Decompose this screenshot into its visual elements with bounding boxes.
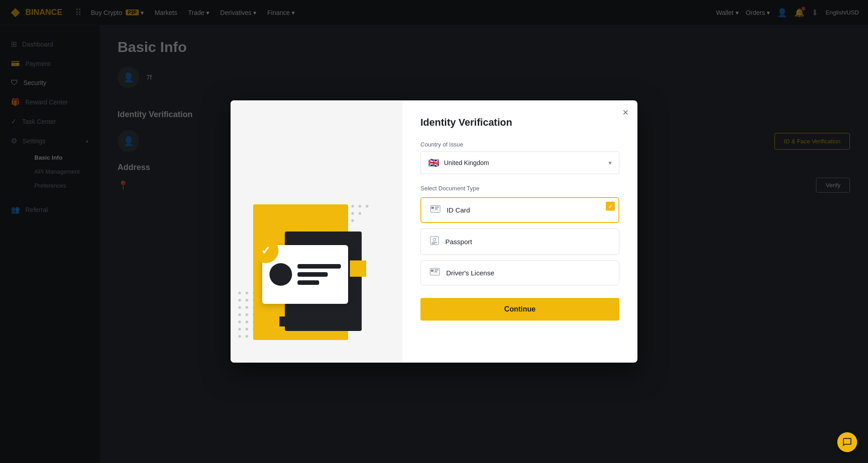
svg-rect-73 (431, 207, 434, 209)
svg-rect-76 (431, 210, 439, 211)
illustration: ✓ (249, 186, 366, 340)
svg-point-68 (245, 328, 248, 331)
illus-checkmark: ✓ (253, 238, 278, 263)
drivers-license-icon (430, 268, 440, 278)
country-value: United Kingdom (444, 159, 489, 166)
svg-point-55 (238, 313, 241, 316)
modal-overlay[interactable]: .dp { fill: #c8c8c8; } (0, 0, 868, 463)
svg-rect-84 (434, 271, 437, 272)
identity-verification-modal: .dp { fill: #c8c8c8; } (231, 100, 637, 363)
svg-rect-85 (431, 273, 439, 274)
doc-type-label: Select Document Type (420, 185, 619, 192)
chat-fab-button[interactable] (837, 432, 857, 452)
doc-option-passport[interactable]: Passport (420, 228, 619, 255)
svg-point-37 (238, 292, 241, 294)
continue-button[interactable]: Continue (420, 298, 619, 321)
svg-point-70 (238, 335, 241, 338)
svg-point-71 (245, 335, 248, 338)
country-select-left: 🇬🇧 United Kingdom (428, 157, 489, 168)
doc-option-drivers-license[interactable]: Driver's License (420, 260, 619, 285)
modal-title: Identity Verification (420, 117, 619, 128)
illus-line-1 (297, 264, 341, 269)
illus-text-lines (297, 264, 341, 285)
modal-form-panel: × Identity Verification Country of Issue… (402, 100, 637, 363)
svg-rect-82 (431, 269, 434, 272)
selected-check: ✓ (606, 202, 615, 211)
illus-avatar (269, 263, 292, 286)
svg-point-67 (238, 328, 241, 331)
svg-point-48 (238, 306, 241, 309)
svg-point-42 (238, 299, 241, 302)
svg-rect-83 (434, 269, 439, 270)
illus-yellow-sq (350, 260, 366, 277)
svg-point-62 (238, 321, 241, 323)
svg-point-78 (433, 238, 436, 241)
modal-close-button[interactable]: × (623, 108, 628, 118)
doc-drivers-license-label: Driver's License (446, 269, 494, 277)
doc-id-card-label: ID Card (447, 206, 470, 214)
illus-line-2 (297, 272, 328, 277)
svg-rect-75 (435, 208, 438, 209)
illus-dark-sq (279, 317, 289, 326)
doc-options: ID Card ✓ Passport (420, 197, 619, 285)
svg-rect-80 (432, 243, 435, 244)
country-label: Country of Issue (420, 141, 619, 148)
doc-option-id-card[interactable]: ID Card ✓ (420, 197, 619, 223)
illus-line-3 (297, 280, 319, 285)
svg-point-49 (245, 306, 248, 309)
modal-illustration-panel: .dp { fill: #c8c8c8; } (231, 100, 402, 363)
svg-rect-74 (435, 207, 439, 208)
country-select[interactable]: 🇬🇧 United Kingdom ▾ (420, 151, 619, 174)
svg-point-38 (245, 292, 248, 294)
svg-point-43 (245, 299, 248, 302)
chevron-down-icon: ▾ (609, 159, 612, 166)
svg-point-56 (245, 313, 248, 316)
passport-icon (430, 236, 439, 247)
svg-point-63 (245, 321, 248, 323)
doc-passport-label: Passport (445, 238, 472, 246)
id-card-icon (430, 205, 440, 215)
country-flag: 🇬🇧 (428, 157, 439, 168)
svg-rect-79 (432, 242, 437, 243)
